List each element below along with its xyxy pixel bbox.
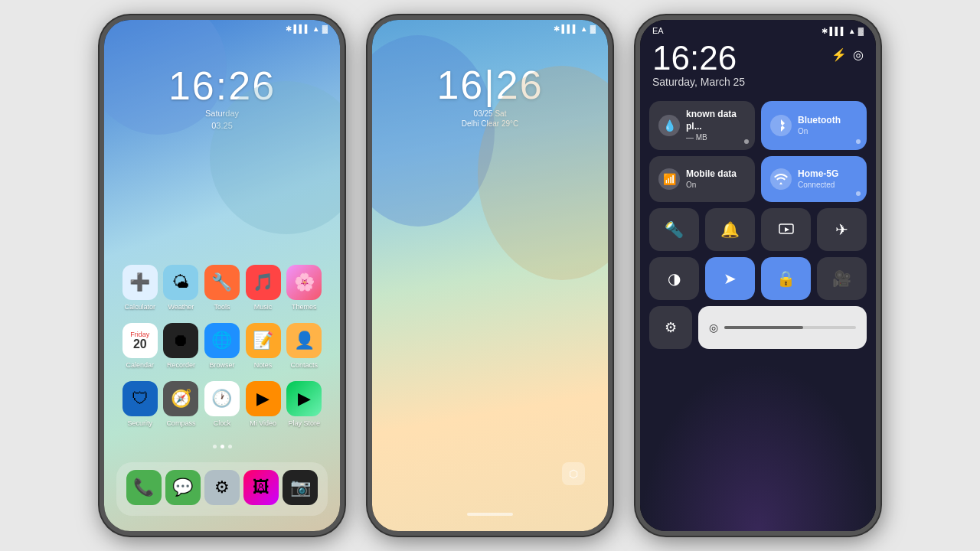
calendar-icon: Friday20 bbox=[122, 323, 158, 358]
app-security[interactable]: 🛡 Security bbox=[119, 381, 161, 427]
cc-volume-slider[interactable]: ◎ bbox=[698, 306, 867, 349]
contacts-label: Contacts bbox=[290, 361, 318, 369]
app-browser[interactable]: 🌐 Browser bbox=[201, 323, 243, 369]
gallery-icon: 🖼 bbox=[243, 470, 279, 505]
signal-icon: ▌▌▌ bbox=[294, 24, 310, 33]
weather-icon: 🌤 bbox=[163, 265, 198, 300]
browser-icon: 🌐 bbox=[204, 323, 240, 358]
app-themes[interactable]: 🌸 Themes bbox=[283, 265, 325, 311]
contacts-icon: 👤 bbox=[286, 323, 322, 358]
cc-btn-dark-mode[interactable]: ◑ bbox=[649, 257, 699, 300]
themes-icon: 🌸 bbox=[286, 265, 322, 300]
app-tools[interactable]: 🔧 Tools bbox=[201, 265, 243, 311]
phone2-bottom-icon[interactable]: ⬡ bbox=[562, 462, 585, 485]
music-label: Music bbox=[254, 303, 273, 311]
app-clock[interactable]: 🕐 Clock bbox=[201, 381, 243, 427]
phone1-clock: 16:26 bbox=[104, 66, 340, 106]
dock-phone[interactable]: 📞 bbox=[124, 470, 163, 508]
dock-gallery[interactable]: 🖼 bbox=[242, 470, 281, 508]
app-play-store[interactable]: ▶ Play Store bbox=[283, 381, 325, 427]
cc-slider-bar[interactable] bbox=[724, 326, 856, 329]
cc-bottom-row: ⚙ ◎ bbox=[640, 300, 876, 355]
notes-icon: 📝 bbox=[246, 323, 281, 358]
phone2-screen: ✱ ▌▌▌ ▲ ▓ 16|26 03/25 Sat Delhi Clear 29… bbox=[372, 20, 608, 531]
phone2-date: 03/25 Sat bbox=[372, 109, 608, 118]
cc-tile-bluetooth[interactable]: Bluetooth On bbox=[761, 101, 867, 150]
app-calculator[interactable]: ➕ Calculator bbox=[119, 265, 161, 311]
notes-label: Notes bbox=[254, 361, 273, 369]
cc-icon-grid-2: ◑ ➤ 🔒 🎥 bbox=[640, 257, 876, 300]
cc-focus-icon[interactable]: ◎ bbox=[853, 47, 864, 62]
phone1-frame: ✱ ▌▌▌ ▲ ▓ 16:26 Saturday 03.25 ➕ Calcula bbox=[100, 15, 345, 536]
cc-tile-wifi[interactable]: Home-5G Connected bbox=[761, 156, 867, 202]
cc-data-dot bbox=[744, 139, 749, 144]
p2-signal-icon: ▌▌▌ bbox=[562, 24, 578, 33]
app-notes[interactable]: 📝 Notes bbox=[243, 323, 284, 369]
phone1-screen: ✱ ▌▌▌ ▲ ▓ 16:26 Saturday 03.25 ➕ Calcula bbox=[104, 20, 340, 531]
app-row-3: 🛡 Security 🧭 Compass 🕐 Clock ▶ Mi Video bbox=[119, 381, 325, 427]
dock-messages[interactable]: 💬 bbox=[163, 470, 202, 508]
cc-btn-flashlight[interactable]: 🔦 bbox=[649, 208, 699, 251]
cc-slider-icon: ◎ bbox=[709, 321, 718, 334]
page-indicators bbox=[104, 445, 340, 448]
clock-label: Clock bbox=[214, 419, 231, 427]
app-contacts[interactable]: 👤 Contacts bbox=[283, 323, 325, 369]
p3-battery-icon: ▓ bbox=[858, 27, 864, 35]
phone2-frame: ✱ ▌▌▌ ▲ ▓ 16|26 03/25 Sat Delhi Clear 29… bbox=[368, 15, 612, 536]
cc-wifi-dot bbox=[856, 191, 861, 196]
bluetooth-icon: ✱ bbox=[286, 24, 292, 33]
app-weather[interactable]: 🌤 Weather bbox=[161, 265, 202, 311]
page-dot-3 bbox=[228, 445, 232, 448]
cc-main-tiles: 💧 known data pl... — MB Bluet bbox=[640, 95, 876, 208]
cc-btn-screen-record[interactable] bbox=[761, 208, 811, 251]
phone3-background: EA ✱ ▌▌▌ ▲ ▓ 16:26 Saturday, March 25 ⚡ bbox=[640, 20, 876, 531]
page-dot-2 bbox=[220, 445, 224, 448]
mi-video-label: Mi Video bbox=[250, 419, 276, 427]
cc-filter-icon[interactable]: ⚡ bbox=[831, 47, 847, 62]
cc-icon-grid-1: 🔦 🔔 ✈ bbox=[640, 208, 876, 251]
app-mi-video[interactable]: ▶ Mi Video bbox=[243, 381, 284, 427]
phone2-status-bar: ✱ ▌▌▌ ▲ ▓ bbox=[372, 20, 608, 34]
phone1-status-icons: ✱ ▌▌▌ ▲ ▓ bbox=[286, 24, 328, 33]
app-recorder[interactable]: ⏺ Recorder bbox=[161, 323, 202, 369]
cc-btn-location[interactable]: ➤ bbox=[705, 257, 755, 300]
compass-icon: 🧭 bbox=[163, 381, 198, 416]
p3-signal-icon: ▌▌▌ bbox=[830, 27, 846, 35]
cc-btn-notification[interactable]: 🔔 bbox=[705, 208, 755, 251]
app-compass[interactable]: 🧭 Compass bbox=[161, 381, 202, 427]
cc-btn-brightness[interactable]: ⚙ bbox=[649, 306, 692, 349]
page-dot-1 bbox=[213, 445, 217, 448]
clock-icon: 🕐 bbox=[204, 381, 240, 416]
app-row-1: ➕ Calculator 🌤 Weather 🔧 Tools 🎵 Music bbox=[119, 265, 325, 311]
app-music[interactable]: 🎵 Music bbox=[243, 265, 284, 311]
phone2-clock: 16|26 bbox=[372, 62, 608, 108]
dock-camera[interactable]: 📷 bbox=[281, 470, 320, 508]
cc-btn-video[interactable]: 🎥 bbox=[817, 257, 867, 300]
cc-tile-mobile-data-unknown[interactable]: 💧 known data pl... — MB bbox=[649, 101, 755, 150]
phone3-frame: EA ✱ ▌▌▌ ▲ ▓ 16:26 Saturday, March 25 ⚡ bbox=[635, 15, 880, 536]
weather-label: Weather bbox=[168, 303, 194, 311]
cc-tile-mobile-data[interactable]: 📶 Mobile data On bbox=[649, 156, 755, 202]
cc-wifi-icon bbox=[770, 168, 792, 190]
phone1-day: Saturday bbox=[104, 109, 340, 118]
cc-wifi-text: Home-5G Connected bbox=[798, 168, 838, 191]
p3-bluetooth-icon: ✱ bbox=[822, 27, 828, 35]
p2-wifi-icon: ▲ bbox=[580, 24, 588, 33]
cc-mobile-icon: 📶 bbox=[658, 168, 680, 190]
cc-btn-auto-rotate[interactable]: 🔒 bbox=[761, 257, 811, 300]
cc-btn-airplane[interactable]: ✈ bbox=[817, 208, 867, 251]
phone3-date: Saturday, March 25 bbox=[652, 76, 745, 88]
phone1-dock: 📞 💬 ⚙ 🖼 📷 bbox=[116, 462, 328, 516]
cc-data-text: known data pl... — MB bbox=[686, 109, 746, 142]
browser-label: Browser bbox=[209, 361, 234, 369]
app-calendar[interactable]: Friday20 Calendar bbox=[119, 323, 161, 369]
compass-label: Compass bbox=[166, 419, 195, 427]
dock-settings[interactable]: ⚙ bbox=[202, 470, 241, 508]
cc-bluetooth-text: Bluetooth On bbox=[798, 115, 841, 137]
phone3-screen: EA ✱ ▌▌▌ ▲ ▓ 16:26 Saturday, March 25 ⚡ bbox=[640, 20, 876, 531]
phone1-app-grid: ➕ Calculator 🌤 Weather 🔧 Tools 🎵 Music bbox=[104, 265, 340, 439]
phone1-status-bar: ✱ ▌▌▌ ▲ ▓ bbox=[104, 20, 340, 34]
security-icon: 🛡 bbox=[122, 381, 158, 416]
p3-wifi-icon: ▲ bbox=[848, 27, 856, 35]
phone2-home-bar[interactable] bbox=[467, 513, 513, 516]
